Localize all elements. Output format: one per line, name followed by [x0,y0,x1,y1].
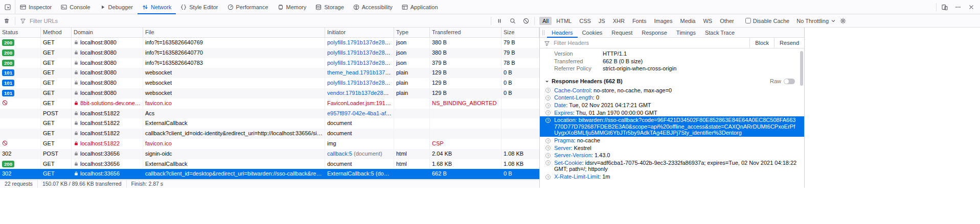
details-tab-cookies[interactable]: Cookies [578,28,607,37]
response-header-row[interactable]: ?Server-Version1.43.0 [540,152,804,159]
response-header-row[interactable]: ?ServerKestrel [540,144,804,152]
response-header-row[interactable]: ?Pragmano-cache [540,137,804,144]
request-row[interactable]: 101GETlocalhost:8080websocketvendor.1791… [0,88,539,98]
tool-tab-label: Application [411,4,438,10]
help-icon[interactable]: ? [545,95,551,101]
type-filter-js[interactable]: JS [596,17,608,25]
response-headers-section[interactable]: Response Headers (662 B) Raw [540,77,804,86]
request-row[interactable]: 101GETlocalhost:8080websocketpolyfills.1… [0,78,539,88]
help-icon[interactable]: ? [545,118,551,123]
cell-status: 101 [0,78,41,88]
element-picker-button[interactable] [0,0,15,14]
clear-requests-button[interactable] [0,15,13,27]
resend-button[interactable]: Resend [774,38,804,48]
response-header-row[interactable]: ?Locationbitwarden://sso-callback?code=9… [540,116,804,137]
help-icon[interactable]: ? [545,110,551,115]
disable-cache-checkbox[interactable] [745,18,751,23]
type-filter-images[interactable]: Images [651,17,675,25]
tool-tab-network[interactable]: Network [138,0,176,14]
throttling-dropdown[interactable]: No Throttling [796,17,836,24]
type-filter-all[interactable]: All [539,17,552,25]
network-icon [142,4,148,10]
details-splitter[interactable] [540,28,547,37]
header-value: idsrv=adf6cba1-7075-402b-9ec3-2332fa8693… [554,160,796,172]
raw-toggle[interactable] [784,79,795,84]
network-settings-button[interactable] [836,15,850,27]
type-filter-fonts[interactable]: Fonts [629,17,650,25]
response-header-row[interactable]: ?Set-Cookieidsrv=adf6cba1-7075-402b-9ec3… [540,159,804,173]
type-filter-media[interactable]: Media [677,17,698,25]
response-header-row[interactable]: ?Content-Length0 [540,94,804,102]
request-row[interactable]: 302POSTlocalhost:33656signin-oidccallbac… [0,149,539,159]
request-row[interactable]: POSTlocalhost:51822Acse957f897-042e-4ba1… [0,109,539,119]
request-row[interactable]: GETlocalhost:51822callback?client_id=oid… [0,129,539,139]
request-row[interactable]: 200GETlocalhost:8080info?t=1635826640769… [0,38,539,48]
response-header-row[interactable]: ?DateTue, 02 Nov 2021 04:17:21 GMT [540,102,804,109]
domain-text: localhost:8080 [80,69,117,76]
tool-tab-console[interactable]: Console [56,0,95,14]
column-header-status[interactable]: Status [0,28,41,37]
tool-tab-accessibility[interactable]: Accessibility [349,0,397,14]
url-filter-input[interactable] [29,17,486,24]
headers-filter-input[interactable] [553,39,745,46]
request-row[interactable]: 200GETlocalhost:8080info?t=1635826640783… [0,58,539,68]
tool-tab-performance[interactable]: Performance [223,0,273,14]
devtools-tabbar: InspectorConsoleDebuggerNetworkStyle Edi… [0,0,980,14]
responsive-design-button[interactable] [938,1,951,14]
column-header-method[interactable]: Method [41,28,72,37]
type-filter-ws[interactable]: WS [700,17,715,25]
request-row[interactable]: GETlocalhost:51822ExternalCallbackdocume… [0,118,539,129]
tool-tab-style-editor[interactable]: Style Editor [176,0,222,14]
help-icon[interactable]: ? [545,103,551,108]
details-tab-request[interactable]: Request [607,28,637,37]
request-row[interactable]: 200GETlocalhost:8080info?t=1635826640770… [0,48,539,58]
response-header-row[interactable]: ?Cache-Controlno-store, no-cache, max-ag… [540,87,804,94]
column-header-initiator[interactable]: Initiator [325,28,394,37]
blocked-icon [2,139,8,149]
header-name: Date [554,102,569,108]
type-filter-html[interactable]: HTML [553,17,575,25]
response-header-row[interactable]: ?ExpiresThu, 01 Jan 1970 00:00:00 GMT [540,109,804,117]
help-icon[interactable]: ? [545,145,551,151]
tool-tab-storage[interactable]: Storage [311,0,349,14]
details-tab-response[interactable]: Response [637,28,672,37]
performance-icon [227,4,234,10]
cell-method: GET [41,68,72,78]
response-header-row[interactable]: ?X-Rate-Limit-Limit1m [540,173,804,181]
details-scrollbar[interactable] [800,51,803,86]
type-filter-other[interactable]: Other [717,17,737,25]
devtools-menu-button[interactable] [951,1,965,14]
meatball-menu-icon [955,4,961,10]
details-tab-timings[interactable]: Timings [672,28,700,37]
column-header-size[interactable]: Size [502,28,539,37]
pause-recording-button[interactable] [493,15,506,27]
column-header-file[interactable]: File [143,28,325,37]
request-row[interactable]: GETlocalhost:51822favicon.icoimgCSP [0,139,539,149]
block-url-button[interactable]: Block [749,38,774,48]
help-icon[interactable]: ? [545,175,551,180]
help-icon[interactable]: ? [545,88,551,93]
help-icon[interactable]: ? [545,153,551,158]
request-blocking-button[interactable] [519,15,533,27]
search-button[interactable] [506,15,519,27]
type-filter-xhr[interactable]: XHR [610,17,628,25]
column-header-type[interactable]: Type [394,28,430,37]
column-header-domain[interactable]: Domain [72,28,143,37]
details-tab-headers[interactable]: Headers [547,28,578,37]
request-row[interactable]: GET8bit-solutions-dev.onelogin…favicon.i… [0,98,539,109]
request-row[interactable]: 302GETlocalhost:33656callback?client_id=… [0,169,539,179]
tool-tab-memory[interactable]: Memory [273,0,311,14]
tool-tab-inspector[interactable]: Inspector [15,0,56,14]
request-row[interactable]: 200GETlocalhost:33656ExternalCallbackdoc… [0,159,539,169]
help-icon[interactable]: ? [545,160,551,165]
gear-icon [840,18,846,24]
help-icon[interactable]: ? [545,138,551,143]
type-filter-css[interactable]: CSS [576,17,594,25]
tool-tab-application[interactable]: Application [397,0,443,14]
details-tab-stack-trace[interactable]: Stack Trace [700,28,739,37]
column-header-transferred[interactable]: Transferred [430,28,502,37]
tool-tab-debugger[interactable]: Debugger [95,0,138,14]
console-icon [61,4,67,10]
close-devtools-button[interactable] [965,1,978,14]
request-row[interactable]: 101GETlocalhost:8080websockettheme_head.… [0,68,539,78]
